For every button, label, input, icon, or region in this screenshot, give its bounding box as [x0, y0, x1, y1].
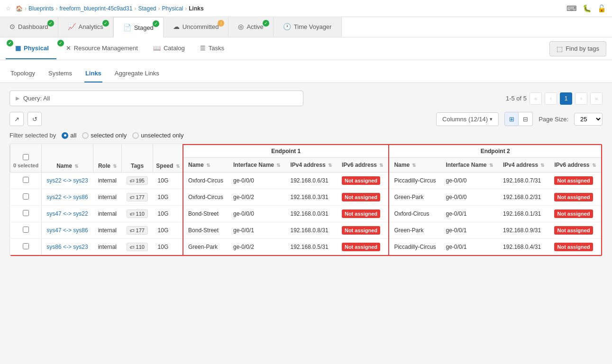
filter-all-option[interactable]: all [62, 132, 76, 139]
external-link-button[interactable]: ↗ [9, 112, 24, 126]
ep1-interface-header[interactable]: Interface Name ⇅ [228, 158, 286, 173]
tab-aggregate-links[interactable]: Aggregate Links [114, 66, 160, 82]
columns-button[interactable]: Columns (12/14) ▾ [436, 112, 499, 126]
ep1-ipv6-header[interactable]: IPv6 address ⇅ [337, 158, 389, 173]
ep2-interface-header[interactable]: Interface Name ⇅ [441, 158, 498, 173]
row-checkbox[interactable] [23, 210, 29, 216]
page-first-button[interactable]: « [530, 92, 542, 105]
tab-analytics[interactable]: 📈 Analytics ✓ [58, 17, 113, 37]
ep2-ipv4-header[interactable]: IPv4 address ⇅ [498, 158, 549, 173]
ep1-not-assigned-badge: Not assigned [342, 193, 380, 201]
filter-all-radio[interactable] [62, 132, 68, 139]
star-icon[interactable]: ☆ [6, 5, 11, 12]
select-all-checkbox[interactable] [23, 154, 29, 160]
page-1-button[interactable]: 1 [560, 92, 572, 105]
top-bar: ☆ 🏠 › Blueprints › freeform_blueprint-45… [0, 0, 612, 17]
query-input[interactable]: ▶ Query: All [9, 91, 303, 106]
breadcrumb-blueprints[interactable]: Blueprints [28, 5, 54, 12]
tag-badge[interactable]: 🏷 110 [127, 209, 148, 218]
find-by-tags-button[interactable]: ⬚ Find by tags [549, 41, 606, 56]
tag-icon: 🏷 [130, 245, 135, 250]
row-role: internal [93, 173, 122, 189]
row-name: sys86 <-> sys23 [42, 239, 93, 256]
tab-topology[interactable]: Topology [9, 66, 36, 82]
tag-badge[interactable]: 🏷 177 [127, 226, 148, 235]
ep1-name-header[interactable]: Name ⇅ [183, 158, 228, 173]
filter-unselected-radio[interactable] [132, 132, 139, 139]
row-checkbox[interactable] [23, 243, 29, 249]
subnav-resource-management[interactable]: ✓ ✕ Resource Management [56, 38, 146, 59]
refresh-button[interactable]: ↺ [27, 112, 42, 126]
breadcrumb-physical[interactable]: Physical [162, 5, 183, 12]
breadcrumb-staged[interactable]: Staged [138, 5, 156, 12]
row-ep1-ipv4: 192.168.0.5/31 [286, 239, 337, 256]
row-ep2-ipv6: Not assigned [549, 173, 602, 189]
breadcrumb-blueprint-id[interactable]: freeform_blueprint-45c9ad31 [59, 5, 132, 12]
page-last-button[interactable]: » [590, 92, 603, 105]
table-row: sys22 <-> sys86 internal 🏷 177 10G Oxfor… [10, 189, 602, 206]
filter-unselected-label: unselected only [141, 132, 183, 139]
tag-icon: 🏷 [130, 228, 135, 233]
grid-view-button[interactable]: ⊞ [504, 112, 519, 126]
row-ep2-ipv4: 192.168.0.4/31 [498, 239, 549, 256]
row-checkbox[interactable] [23, 227, 29, 233]
row-name-link[interactable]: sys86 <-> sys23 [46, 244, 88, 250]
lock-icon[interactable]: 🔓 [597, 4, 606, 13]
row-ep1-interface: ge-0/0/2 [228, 239, 286, 256]
breadcrumb: ☆ 🏠 › Blueprints › freeform_blueprint-45… [6, 5, 204, 12]
subnav-tasks[interactable]: ☰ Tasks [192, 38, 232, 59]
resource-mgmt-badge: ✓ [57, 40, 64, 46]
filter-selected-radio[interactable] [82, 132, 89, 139]
tab-dashboard[interactable]: ⊙ Dashboard ✓ [0, 17, 58, 37]
row-name-link[interactable]: sys22 <-> sys86 [46, 194, 88, 200]
row-speed: 10G [153, 206, 183, 222]
ep2-name-header[interactable]: Name ⇅ [389, 158, 441, 173]
tab-time-voyager[interactable]: 🕐 Time Voyager [274, 17, 342, 37]
subnav-catalog-label: Catalog [164, 45, 185, 52]
row-ep2-interface: ge-0/0/1 [441, 222, 498, 239]
row-ep2-ipv4: 192.168.0.7/31 [498, 173, 549, 189]
row-name: sys22 <-> sys86 [42, 189, 93, 206]
home-icon[interactable]: 🏠 [16, 5, 23, 12]
row-name-link[interactable]: sys47 <-> sys86 [46, 227, 88, 234]
table-row: sys47 <-> sys22 internal 🏷 110 10G Bond-… [10, 206, 602, 222]
row-name-link[interactable]: sys22 <-> sys23 [46, 177, 88, 184]
bug-icon[interactable]: 🐛 [583, 4, 592, 13]
main-content: ▶ Query: All 1-5 of 5 « ‹ 1 › » ↗ ↺ Colu… [0, 83, 612, 264]
ep1-ipv4-header[interactable]: IPv4 address ⇅ [286, 158, 337, 173]
tag-badge[interactable]: 🏷 177 [127, 193, 148, 201]
tag-icon: 🏷 [130, 178, 135, 183]
tab-uncommitted[interactable]: ☁ Uncommitted ! [164, 17, 229, 37]
list-view-button[interactable]: ⊟ [519, 112, 533, 126]
row-ep1-name: Green-Park [183, 239, 228, 256]
tab-bar: ⊙ Dashboard ✓ 📈 Analytics ✓ 📄 Staged ✓ ☁… [0, 17, 612, 37]
table-row: sys22 <-> sys23 internal 🏷 195 10G Oxfor… [10, 173, 602, 189]
subnav-catalog[interactable]: 📖 Catalog [146, 38, 192, 59]
row-checkbox[interactable] [23, 177, 29, 183]
row-name-link[interactable]: sys47 <-> sys22 [46, 210, 88, 217]
filter-selected-label: selected only [91, 132, 127, 139]
tab-systems[interactable]: Systems [47, 66, 73, 82]
tag-badge[interactable]: 🏷 195 [127, 176, 148, 185]
row-ep1-ipv4: 192.168.0.0/31 [286, 206, 337, 222]
tab-staged[interactable]: 📄 Staged ✓ [113, 17, 164, 37]
tab-active[interactable]: ◎ Active ✓ [228, 17, 273, 37]
subnav-physical[interactable]: ✓ ▦ Physical [6, 38, 56, 59]
breadcrumb-current: Links [189, 5, 203, 12]
query-label: Query: All [23, 95, 50, 102]
row-ep1-ipv4: 192.168.0.8/31 [286, 222, 337, 239]
ep2-not-assigned-badge: Not assigned [554, 209, 593, 218]
terminal-icon[interactable]: ⌨ [566, 4, 577, 13]
row-checkbox[interactable] [23, 193, 29, 200]
row-ep1-ipv4: 192.168.0.3/31 [286, 189, 337, 206]
dashboard-badge: ✓ [47, 20, 54, 27]
tab-links[interactable]: Links [84, 66, 102, 82]
filter-selected-option[interactable]: selected only [82, 132, 127, 139]
ep2-ipv6-header[interactable]: IPv6 address ⇅ [549, 158, 602, 173]
filter-unselected-option[interactable]: unselected only [132, 132, 183, 139]
tag-badge[interactable]: 🏷 110 [127, 243, 148, 251]
page-prev-button[interactable]: ‹ [545, 92, 557, 105]
row-speed: 10G [153, 222, 183, 239]
page-size-select[interactable]: 25 50 100 [574, 113, 603, 126]
page-next-button[interactable]: › [575, 92, 587, 105]
